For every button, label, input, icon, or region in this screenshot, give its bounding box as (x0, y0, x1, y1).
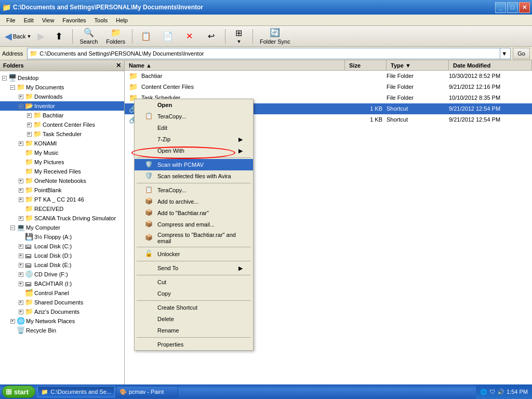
tree-item-bachtiar[interactable]: +📁Bachtiar (0, 111, 124, 120)
tree-item-control-panel[interactable]: 🗂️Control Panel (0, 288, 124, 298)
start-button[interactable]: ⊞ start (2, 385, 35, 398)
context-menu-item-open-with[interactable]: Open With (135, 145, 253, 156)
tree-item-aziz-docs[interactable]: +📁Aziz's Documents (0, 307, 124, 316)
menu-item-help[interactable]: Help (112, 16, 132, 24)
context-menu-item-cut[interactable]: Cut (135, 276, 253, 288)
tree-item-bachtiar-i[interactable]: +🖴BACHTIAR (I:) (0, 279, 124, 288)
tree-item-task-scheduler[interactable]: +📁Task Scheduler (0, 129, 124, 139)
tree-item-scania[interactable]: +📁SCANIA Truck Driving Simulator (0, 214, 124, 223)
context-menu-item-compress-and-email---[interactable]: 📦Compress and email... (135, 219, 253, 230)
context-menu-item-unlocker[interactable]: 🔓Unlocker (135, 248, 253, 260)
context-menu-item-teracopy---[interactable]: 📋TeraCopy... (135, 111, 253, 122)
expand-btn-cd-drive[interactable]: + (17, 270, 25, 278)
column-header-name[interactable]: Name ▲ (125, 60, 345, 70)
expand-btn-inventor[interactable]: − (17, 102, 25, 110)
tree-item-onenote[interactable]: +📁OneNote Notebooks (0, 176, 124, 185)
tree-item-floppy[interactable]: 💾3½ Floppy (A:) (0, 232, 124, 242)
expand-btn-my-documents[interactable]: − (8, 83, 17, 91)
expand-btn-aziz-docs[interactable]: + (17, 308, 25, 316)
tree-item-recycle-bin[interactable]: 🗑️Recycle Bin (0, 326, 124, 335)
tree-item-my-computer[interactable]: −💻My Computer (0, 223, 124, 232)
file-row[interactable]: 📁Content Center FilesFile Folder9/21/201… (125, 82, 532, 92)
expand-btn-task-scheduler[interactable]: + (25, 130, 33, 138)
context-menu-item-copy[interactable]: Copy (135, 288, 253, 299)
expand-btn-network-places[interactable]: + (8, 317, 17, 325)
search-button[interactable]: 🔍 Search (76, 28, 101, 45)
context-menu-item-compress-to--bachtiar-rar--and-email[interactable]: 📦Compress to "Bachtiar.rar" and email (135, 230, 253, 246)
tree-item-shared-docs[interactable]: +📁Shared Documents (0, 298, 124, 307)
context-menu-item-create-shortcut[interactable]: Create Shortcut (135, 302, 253, 313)
context-menu-item-teracopy---[interactable]: 📋TeraCopy... (135, 184, 253, 196)
tree-item-local-c[interactable]: +🖴Local Disk (C:) (0, 242, 124, 251)
context-menu-item-add-to-archive---[interactable]: 📦Add to archive... (135, 196, 253, 207)
menu-item-view[interactable]: View (38, 16, 59, 24)
folders-close-button[interactable]: ✕ (116, 62, 121, 69)
tree-item-desktop[interactable]: −🖥️Desktop (0, 73, 124, 83)
context-menu-item-7-zip[interactable]: 7-Zip (135, 134, 253, 145)
delete-button[interactable]: ✕ (179, 28, 200, 45)
tree-item-network-places[interactable]: +🌐My Network Places (0, 316, 124, 326)
tree-item-pointblank[interactable]: +📁PointBlank (0, 185, 124, 195)
context-menu-item-rename[interactable]: Rename (135, 325, 253, 336)
expand-btn-pointblank[interactable]: + (17, 186, 25, 194)
context-menu-item-delete[interactable]: Delete (135, 313, 253, 325)
column-header-date[interactable]: Date Modified (449, 60, 532, 70)
close-button[interactable]: ✕ (519, 2, 530, 13)
expand-btn-local-c[interactable]: + (17, 242, 25, 250)
tree-item-received-files[interactable]: 📁My Received Files (0, 167, 124, 176)
move-to-button[interactable]: 📋 (136, 28, 156, 45)
tree-item-cd-drive[interactable]: +💿CD Drive (F:) (0, 270, 124, 279)
expand-btn-onenote[interactable]: + (17, 177, 25, 185)
folder-sync-button[interactable]: 🔄 Folder Sync (256, 28, 294, 45)
menu-item-edit[interactable]: Edit (20, 16, 38, 24)
expand-btn-my-computer[interactable]: − (8, 223, 17, 232)
context-menu-item-edit[interactable]: Edit (135, 122, 253, 134)
column-header-type[interactable]: Type ▼ (387, 60, 449, 70)
expand-btn-bachtiar[interactable]: + (25, 111, 33, 119)
context-menu-item-properties[interactable]: Properties (135, 339, 253, 350)
context-menu-item-open[interactable]: Open (135, 99, 253, 111)
forward-button[interactable]: ▶ (35, 28, 47, 45)
expand-btn-local-d[interactable]: + (17, 251, 25, 260)
address-input[interactable] (39, 50, 500, 57)
expand-btn-desktop[interactable]: − (0, 74, 8, 82)
minimize-button[interactable]: _ (495, 2, 506, 13)
file-row[interactable]: 📁BachtiarFile Folder10/30/2012 8:52 PM (125, 71, 532, 82)
context-menu-item-scan-with-pcmav[interactable]: 🛡️Scan with PCMAV (135, 159, 253, 170)
address-dropdown[interactable]: ▼ (500, 48, 508, 59)
tree-item-my-documents[interactable]: −📁My Documents (0, 83, 124, 92)
back-button[interactable]: ◀ Back ▼ (2, 28, 34, 45)
expand-btn-konami[interactable]: + (17, 139, 25, 148)
tree-item-local-d[interactable]: +🖴Local Disk (D:) (0, 251, 124, 260)
tree-item-my-music[interactable]: 📁My Music (0, 148, 124, 157)
expand-btn-downloads[interactable]: + (17, 92, 25, 101)
undo-button[interactable]: ↩ (201, 28, 222, 45)
expand-btn-local-e[interactable]: + (17, 261, 25, 269)
views-button[interactable]: ⊞ ▼ (229, 28, 249, 45)
tree-item-received[interactable]: 📁RECEIVED (0, 204, 124, 214)
expand-btn-ptka[interactable]: + (17, 195, 25, 204)
go-button[interactable]: Go (513, 48, 530, 59)
tree-item-konami[interactable]: +📁KONAMI (0, 139, 124, 148)
menu-item-file[interactable]: File (2, 16, 20, 24)
tree-item-downloads[interactable]: +📁Downloads (0, 92, 124, 101)
context-menu-item-add-to--bachtiar-rar-[interactable]: 📦Add to "Bachtiar.rar" (135, 207, 253, 219)
folders-button[interactable]: 📁 Folders (102, 28, 129, 45)
expand-btn-content-center[interactable]: + (25, 121, 33, 129)
expand-btn-scania[interactable]: + (17, 214, 25, 222)
context-menu-item-send-to[interactable]: Send To (135, 262, 253, 274)
expand-btn-bachtiar-i[interactable]: + (17, 280, 25, 288)
tree-item-ptka[interactable]: +📁PT KA _ CC 201 46 (0, 195, 124, 204)
taskbar-task[interactable]: 🎨pcmav - Paint (116, 386, 178, 397)
tree-item-inventor[interactable]: −📂Inventor (0, 101, 124, 111)
context-menu-item-scan-selected-files-with-avira[interactable]: 🛡️Scan selected files with Avira (135, 170, 253, 182)
tree-item-my-pictures[interactable]: 📁My Pictures (0, 157, 124, 167)
column-header-size[interactable]: Size (345, 60, 387, 70)
copy-to-button[interactable]: 📄 (157, 28, 178, 45)
menu-item-tools[interactable]: Tools (90, 16, 112, 24)
menu-item-favorites[interactable]: Favorites (58, 16, 90, 24)
expand-btn-shared-docs[interactable]: + (17, 298, 25, 307)
tree-item-content-center[interactable]: +📁Content Center Files (0, 120, 124, 129)
up-button[interactable]: ⬆ (48, 28, 69, 45)
tree-item-local-e[interactable]: +🖴Local Disk (E:) (0, 260, 124, 270)
